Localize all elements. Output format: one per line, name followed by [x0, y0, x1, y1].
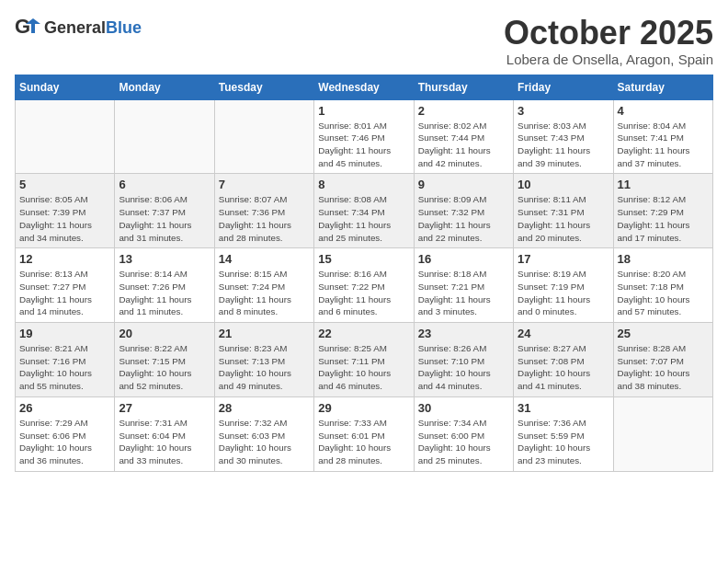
- table-row: 6Sunrise: 8:06 AMSunset: 7:37 PMDaylight…: [115, 174, 214, 248]
- table-row: 13Sunrise: 8:14 AMSunset: 7:26 PMDayligh…: [115, 248, 214, 323]
- day-number: 7: [219, 178, 310, 191]
- day-number: 6: [119, 178, 210, 191]
- logo: G GeneralBlue: [15, 15, 142, 40]
- calendar-week-row: 1Sunrise: 8:01 AMSunset: 7:46 PMDaylight…: [16, 99, 713, 174]
- day-info: Sunrise: 8:08 AMSunset: 7:34 PMDaylight:…: [318, 193, 409, 244]
- day-info: Sunrise: 7:34 AMSunset: 6:00 PMDaylight:…: [418, 417, 509, 467]
- day-number: 1: [318, 104, 409, 118]
- day-info: Sunrise: 8:13 AMSunset: 7:27 PMDaylight:…: [19, 268, 110, 318]
- table-row: 20Sunrise: 8:22 AMSunset: 7:15 PMDayligh…: [115, 323, 214, 397]
- day-info: Sunrise: 8:25 AMSunset: 7:11 PMDaylight:…: [318, 342, 409, 393]
- day-number: 18: [618, 252, 709, 266]
- day-info: Sunrise: 7:31 AMSunset: 6:04 PMDaylight:…: [119, 417, 210, 467]
- day-number: 5: [19, 178, 110, 191]
- table-row: 18Sunrise: 8:20 AMSunset: 7:18 PMDayligh…: [613, 248, 712, 323]
- logo-icon: G: [15, 15, 40, 40]
- day-info: Sunrise: 8:27 AMSunset: 7:08 PMDaylight:…: [518, 342, 609, 393]
- table-row: 22Sunrise: 8:25 AMSunset: 7:11 PMDayligh…: [314, 323, 414, 397]
- day-info: Sunrise: 8:01 AMSunset: 7:46 PMDaylight:…: [318, 120, 409, 170]
- day-number: 9: [418, 178, 509, 191]
- day-number: 23: [418, 327, 509, 340]
- day-number: 30: [418, 401, 509, 415]
- table-row: 31Sunrise: 7:36 AMSunset: 5:59 PMDayligh…: [514, 396, 613, 471]
- day-number: 17: [518, 252, 609, 266]
- day-number: 3: [518, 104, 609, 118]
- day-info: Sunrise: 8:19 AMSunset: 7:19 PMDaylight:…: [518, 268, 609, 318]
- table-row: 7Sunrise: 8:07 AMSunset: 7:36 PMDaylight…: [214, 174, 313, 248]
- table-row: [214, 99, 313, 174]
- day-number: 28: [219, 401, 310, 415]
- day-info: Sunrise: 7:36 AMSunset: 5:59 PMDaylight:…: [518, 417, 609, 467]
- day-info: Sunrise: 8:18 AMSunset: 7:21 PMDaylight:…: [418, 268, 509, 318]
- day-info: Sunrise: 8:09 AMSunset: 7:32 PMDaylight:…: [418, 193, 509, 244]
- day-number: 26: [19, 401, 110, 415]
- day-info: Sunrise: 8:14 AMSunset: 7:26 PMDaylight:…: [119, 268, 210, 318]
- day-info: Sunrise: 8:22 AMSunset: 7:15 PMDaylight:…: [119, 342, 210, 393]
- table-row: 8Sunrise: 8:08 AMSunset: 7:34 PMDaylight…: [314, 174, 414, 248]
- table-row: 19Sunrise: 8:21 AMSunset: 7:16 PMDayligh…: [16, 323, 115, 397]
- day-number: 27: [119, 401, 210, 415]
- day-info: Sunrise: 8:07 AMSunset: 7:36 PMDaylight:…: [219, 193, 310, 244]
- day-info: Sunrise: 8:26 AMSunset: 7:10 PMDaylight:…: [418, 342, 509, 393]
- col-thursday: Thursday: [414, 75, 513, 99]
- day-number: 15: [318, 252, 409, 266]
- day-info: Sunrise: 8:20 AMSunset: 7:18 PMDaylight:…: [618, 268, 709, 318]
- table-row: 25Sunrise: 8:28 AMSunset: 7:07 PMDayligh…: [613, 323, 712, 397]
- table-row: 11Sunrise: 8:12 AMSunset: 7:29 PMDayligh…: [613, 174, 712, 248]
- table-row: 15Sunrise: 8:16 AMSunset: 7:22 PMDayligh…: [314, 248, 414, 323]
- day-number: 16: [418, 252, 509, 266]
- day-info: Sunrise: 7:32 AMSunset: 6:03 PMDaylight:…: [219, 417, 310, 467]
- day-number: 24: [518, 327, 609, 340]
- table-row: [115, 99, 214, 174]
- table-row: [613, 396, 712, 471]
- table-row: 23Sunrise: 8:26 AMSunset: 7:10 PMDayligh…: [414, 323, 513, 397]
- month-title: October 2025: [504, 15, 713, 52]
- day-info: Sunrise: 8:05 AMSunset: 7:39 PMDaylight:…: [19, 193, 110, 244]
- col-friday: Friday: [514, 75, 613, 99]
- day-number: 29: [318, 401, 409, 415]
- table-row: 21Sunrise: 8:23 AMSunset: 7:13 PMDayligh…: [214, 323, 313, 397]
- day-number: 14: [219, 252, 310, 266]
- day-number: 31: [518, 401, 609, 415]
- table-row: 24Sunrise: 8:27 AMSunset: 7:08 PMDayligh…: [514, 323, 613, 397]
- day-number: 11: [618, 178, 709, 191]
- day-number: 13: [119, 252, 210, 266]
- table-row: 16Sunrise: 8:18 AMSunset: 7:21 PMDayligh…: [414, 248, 513, 323]
- table-row: 27Sunrise: 7:31 AMSunset: 6:04 PMDayligh…: [115, 396, 214, 471]
- day-number: 8: [318, 178, 409, 191]
- table-row: 26Sunrise: 7:29 AMSunset: 6:06 PMDayligh…: [16, 396, 115, 471]
- calendar-table: Sunday Monday Tuesday Wednesday Thursday…: [15, 75, 713, 472]
- day-info: Sunrise: 8:15 AMSunset: 7:24 PMDaylight:…: [219, 268, 310, 318]
- day-info: Sunrise: 7:29 AMSunset: 6:06 PMDaylight:…: [19, 417, 110, 467]
- location-title: Lobera de Onsella, Aragon, Spain: [504, 52, 713, 67]
- col-sunday: Sunday: [16, 75, 115, 99]
- col-tuesday: Tuesday: [214, 75, 313, 99]
- col-wednesday: Wednesday: [314, 75, 414, 99]
- table-row: 3Sunrise: 8:03 AMSunset: 7:43 PMDaylight…: [514, 99, 613, 174]
- svg-text:G: G: [15, 15, 30, 38]
- col-monday: Monday: [115, 75, 214, 99]
- title-area: October 2025 Lobera de Onsella, Aragon, …: [504, 15, 713, 67]
- day-number: 20: [119, 327, 210, 340]
- table-row: 10Sunrise: 8:11 AMSunset: 7:31 PMDayligh…: [514, 174, 613, 248]
- page-header: G GeneralBlue October 2025 Lobera de Ons…: [15, 15, 713, 67]
- day-info: Sunrise: 8:02 AMSunset: 7:44 PMDaylight:…: [418, 120, 509, 170]
- day-number: 10: [518, 178, 609, 191]
- table-row: 2Sunrise: 8:02 AMSunset: 7:44 PMDaylight…: [414, 99, 513, 174]
- logo-text-general: General: [44, 18, 106, 37]
- day-info: Sunrise: 8:16 AMSunset: 7:22 PMDaylight:…: [318, 268, 409, 318]
- table-row: 5Sunrise: 8:05 AMSunset: 7:39 PMDaylight…: [16, 174, 115, 248]
- table-row: 29Sunrise: 7:33 AMSunset: 6:01 PMDayligh…: [314, 396, 414, 471]
- table-row: 30Sunrise: 7:34 AMSunset: 6:00 PMDayligh…: [414, 396, 513, 471]
- logo-text-blue: Blue: [106, 18, 142, 37]
- day-info: Sunrise: 8:28 AMSunset: 7:07 PMDaylight:…: [618, 342, 709, 393]
- calendar-week-row: 5Sunrise: 8:05 AMSunset: 7:39 PMDaylight…: [16, 174, 713, 248]
- day-info: Sunrise: 8:11 AMSunset: 7:31 PMDaylight:…: [518, 193, 609, 244]
- table-row: [16, 99, 115, 174]
- day-number: 4: [618, 104, 709, 118]
- day-number: 22: [318, 327, 409, 340]
- table-row: 14Sunrise: 8:15 AMSunset: 7:24 PMDayligh…: [214, 248, 313, 323]
- day-number: 25: [618, 327, 709, 340]
- day-number: 21: [219, 327, 310, 340]
- calendar-week-row: 12Sunrise: 8:13 AMSunset: 7:27 PMDayligh…: [16, 248, 713, 323]
